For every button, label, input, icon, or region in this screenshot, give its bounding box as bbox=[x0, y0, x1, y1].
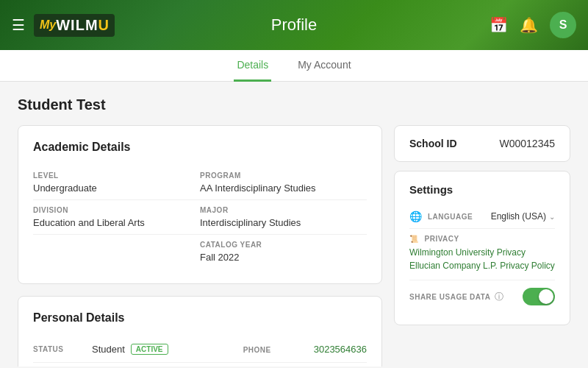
level-value: Undergraduate bbox=[33, 183, 200, 194]
privacy-section: 📜 PRIVACY Wilmington University Privacy … bbox=[409, 229, 555, 280]
status-label: STATUS bbox=[33, 344, 92, 353]
catalog-year-label: CATALOG YEAR bbox=[200, 241, 367, 249]
logo: My WILM U bbox=[34, 14, 115, 37]
status-phone-row: STATUS Student ACTIVE PHONE 3023564636 bbox=[33, 336, 367, 363]
header-left: ☰ My WILM U bbox=[12, 14, 115, 37]
bell-icon[interactable]: 🔔 bbox=[520, 16, 538, 34]
logo-u: U bbox=[98, 17, 109, 34]
share-usage-toggle[interactable] bbox=[523, 288, 555, 305]
status-badge: ACTIVE bbox=[131, 344, 168, 355]
status-text: Student bbox=[92, 344, 125, 355]
school-id-value: W00012345 bbox=[499, 138, 555, 149]
status-value-group: Student ACTIVE bbox=[92, 344, 168, 355]
header-right: 📅 🔔 S bbox=[490, 12, 576, 38]
phone-label: PHONE bbox=[243, 344, 302, 354]
detail-division: DIVISION Education and Liberal Arts bbox=[33, 200, 200, 235]
page-content: Student Test Academic Details LEVEL Unde… bbox=[0, 82, 588, 367]
language-left: 🌐 LANGUAGE bbox=[409, 210, 473, 222]
program-value: AA Interdisciplinary Studies bbox=[200, 183, 367, 194]
school-id-label: School ID bbox=[409, 138, 457, 149]
logo-my: My bbox=[40, 18, 56, 32]
detail-program: PROGRAM AA Interdisciplinary Studies bbox=[200, 166, 367, 200]
calendar-icon[interactable]: 📅 bbox=[490, 16, 508, 34]
globe-icon: 🌐 bbox=[409, 210, 422, 222]
language-selector[interactable]: English (USA) ⌄ bbox=[491, 211, 555, 222]
info-icon[interactable]: ⓘ bbox=[495, 291, 503, 303]
privacy-label: 📜 PRIVACY bbox=[409, 235, 555, 243]
logo-wilmu: WILM bbox=[56, 17, 98, 34]
header: ☰ My WILM U Profile 📅 🔔 S bbox=[0, 0, 588, 50]
division-value: Education and Liberal Arts bbox=[33, 217, 200, 228]
detail-catalog-year: CATALOG YEAR Fall 2022 bbox=[200, 235, 367, 269]
tab-my-account[interactable]: My Account bbox=[295, 50, 354, 82]
page-title: Profile bbox=[271, 15, 317, 35]
share-label: SHARE USAGE DATA bbox=[409, 293, 490, 301]
division-label: DIVISION bbox=[33, 206, 200, 214]
detail-empty bbox=[33, 235, 200, 269]
major-label: MAJOR bbox=[200, 206, 367, 214]
privacy-link-wilmington[interactable]: Wilmington University Privacy bbox=[409, 247, 555, 258]
level-label: LEVEL bbox=[33, 171, 200, 180]
right-column: School ID W00012345 Settings 🌐 LANGUAGE … bbox=[394, 125, 570, 367]
share-usage-row: SHARE USAGE DATA ⓘ bbox=[409, 280, 555, 313]
tab-details[interactable]: Details bbox=[234, 50, 271, 82]
language-row: 🌐 LANGUAGE English (USA) ⌄ bbox=[409, 205, 555, 229]
student-name: Student Test bbox=[18, 96, 570, 113]
program-label: PROGRAM bbox=[200, 171, 367, 180]
personal-details-card: Personal Details STATUS Student ACTIVE P… bbox=[18, 296, 382, 367]
detail-level: LEVEL Undergraduate bbox=[33, 166, 200, 200]
personal-details-title: Personal Details bbox=[33, 311, 367, 325]
settings-title: Settings bbox=[409, 183, 555, 196]
privacy-label-text: PRIVACY bbox=[425, 235, 459, 243]
settings-card: Settings 🌐 LANGUAGE English (USA) ⌄ � bbox=[394, 171, 570, 325]
catalog-year-value: Fall 2022 bbox=[200, 252, 367, 263]
privacy-link-ellucian[interactable]: Ellucian Company L.P. Privacy Policy bbox=[409, 261, 555, 271]
hamburger-icon[interactable]: ☰ bbox=[12, 16, 25, 34]
language-value: English (USA) bbox=[491, 211, 546, 222]
school-id-card: School ID W00012345 bbox=[394, 125, 570, 162]
share-label-group: SHARE USAGE DATA ⓘ bbox=[409, 291, 503, 303]
avatar[interactable]: S bbox=[550, 12, 576, 38]
major-value: Interdisciplinary Studies bbox=[200, 217, 367, 228]
academic-details-grid: LEVEL Undergraduate PROGRAM AA Interdisc… bbox=[33, 166, 367, 269]
academic-details-card: Academic Details LEVEL Undergraduate PRO… bbox=[18, 125, 382, 284]
academic-details-title: Academic Details bbox=[33, 141, 367, 154]
chevron-down-icon: ⌄ bbox=[549, 213, 555, 221]
email-row: EMAIL portaltest@my.wilmu.edu portiemcpo… bbox=[33, 363, 367, 367]
detail-major: MAJOR Interdisciplinary Studies bbox=[200, 200, 367, 235]
phone-value[interactable]: 3023564636 bbox=[314, 344, 367, 355]
tabs-nav: Details My Account bbox=[0, 50, 588, 82]
language-label: LANGUAGE bbox=[428, 213, 473, 221]
left-column: Academic Details LEVEL Undergraduate PRO… bbox=[18, 125, 382, 367]
privacy-icon: 📜 bbox=[409, 235, 419, 243]
content-grid: Academic Details LEVEL Undergraduate PRO… bbox=[18, 125, 570, 367]
